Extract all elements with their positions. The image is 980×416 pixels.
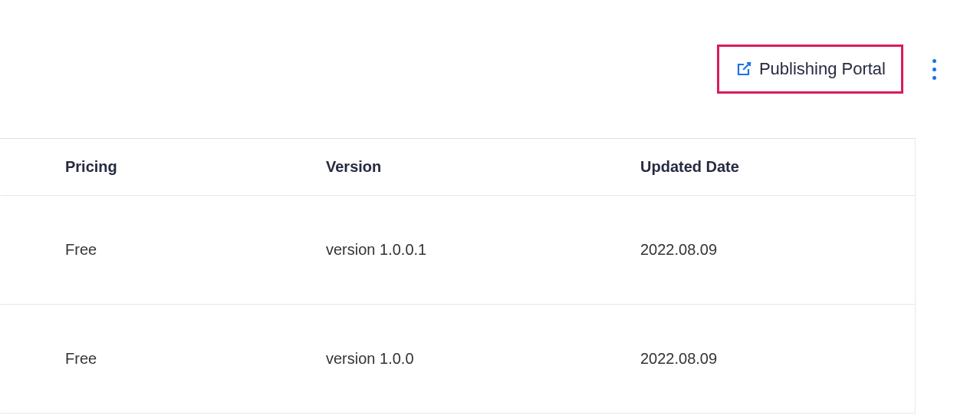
- publishing-portal-label: Publishing Portal: [759, 59, 886, 79]
- versions-table: Pricing Version Updated Date Free versio…: [0, 138, 916, 414]
- toolbar: Publishing Portal: [0, 0, 980, 138]
- column-header-updated: Updated Date: [640, 158, 915, 176]
- cell-version: version 1.0.0: [326, 350, 640, 368]
- cell-pricing: Free: [65, 241, 326, 259]
- cell-updated: 2022.08.09: [640, 241, 915, 259]
- table-row: Free version 1.0.0.1 2022.08.09: [1, 196, 915, 305]
- table-header-row: Pricing Version Updated Date: [1, 139, 915, 196]
- cell-pricing: Free: [65, 350, 326, 368]
- cell-updated: 2022.08.09: [640, 350, 915, 368]
- table-row: Free version 1.0.0 2022.08.09: [1, 305, 915, 414]
- cell-version: version 1.0.0.1: [326, 241, 640, 259]
- kebab-menu-icon: [932, 57, 936, 82]
- column-header-pricing: Pricing: [65, 158, 326, 176]
- external-link-icon: [735, 60, 753, 78]
- more-options-button[interactable]: [919, 54, 949, 84]
- publishing-portal-link[interactable]: Publishing Portal: [717, 45, 903, 94]
- column-header-version: Version: [326, 158, 640, 176]
